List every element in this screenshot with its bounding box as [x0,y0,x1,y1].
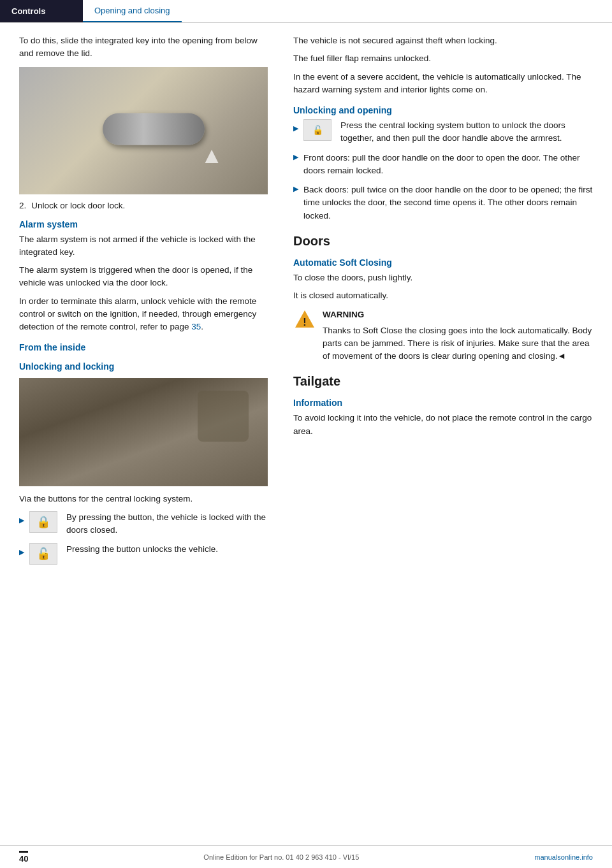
step-number: 2. [19,201,26,210]
page-footer: 40 Online Edition for Part no. 01 40 2 9… [0,845,612,868]
bullet-3-text: Back doors: pull twice on the door handl… [303,184,598,222]
bullet-arrow-2: ▶ [293,153,298,161]
page-number: 40 [19,851,28,864]
header-section-tab: Opening and closing [83,0,182,22]
central-lock-icon: 🔓 [303,119,332,141]
alarm-p3: In order to terminate this alarm, unlock… [19,295,273,334]
warning-content: WARNING Thanks to Soft Close the closing… [323,308,598,363]
step-2-text: Unlock or lock door lock. [31,201,125,210]
header-controls-tab: Controls [0,0,83,22]
interior-image [19,378,268,486]
lock-button-icon: 🔒 [29,511,57,533]
info-text: To avoid locking it into the vehicle, do… [293,412,598,438]
from-inside-title: From the inside [19,342,273,352]
footer-watermark: manualsonline.info [534,853,593,861]
unlocking-bullet-1: ▶ 🔓 Press the central locking system but… [293,119,598,145]
lock-bullet-row: ▶ 🔒 By pressing the button, the vehicle … [19,511,273,537]
unlocking-bullet-3: ▶ Back doors: pull twice on the door han… [293,184,598,222]
bullet-arrow-unlock: ▶ [19,548,24,556]
tailgate-title: Tailgate [293,374,598,389]
footer-online-text: Online Edition for Part no. 01 40 2 963 … [203,853,359,861]
unlocking-bullet-2: ▶ Front doors: pull the door handle on t… [293,152,598,178]
controls-label: Controls [11,6,45,16]
warning-label: WARNING [323,308,598,321]
alarm-system-title: Alarm system [19,219,273,229]
door-handle-image [19,67,268,194]
theft-text: The vehicle is not secured against theft… [293,34,598,47]
soft-p1: To close the doors, push lightly. [293,271,598,284]
right-column: The vehicle is not secured against theft… [287,34,612,571]
left-column: To do this, slide the integrated key int… [0,34,287,571]
step-2-item: 2. Unlock or lock door lock. [19,201,273,210]
intro-text: To do this, slide the integrated key int… [19,34,273,61]
bullet-arrow-3: ▶ [293,185,298,193]
unlock-bullet-text: Pressing the button unlocks the vehicle. [66,543,273,556]
unlock-bullet-row: ▶ 🔓 Pressing the button unlocks the vehi… [19,543,273,565]
page-header: Controls Opening and closing [0,0,612,23]
warning-text: Thanks to Soft Close the closing goes in… [323,326,592,361]
bullet-2-text: Front doors: pull the door handle on the… [303,152,598,178]
accident-text: In the event of a severe accident, the v… [293,71,598,97]
auto-soft-title: Automatic Soft Closing [293,257,598,268]
doors-title: Doors [293,234,598,249]
via-text: Via the buttons for the central locking … [19,493,273,505]
section-label: Opening and closing [94,6,170,15]
door-handle-graphic [19,67,268,194]
bullet-1-text: Press the central locking system button … [340,119,598,145]
fuel-text: The fuel filler flap remains unlocked. [293,52,598,65]
soft-p2: It is closed automatically. [293,289,598,302]
unlock-button-icon: 🔓 [29,543,57,565]
lock-bullet-text: By pressing the button, the vehicle is l… [66,511,273,537]
alarm-p2: The alarm system is triggered when the d… [19,264,273,290]
page-link[interactable]: 35 [191,322,201,331]
interior-graphic [19,378,268,486]
alarm-p1: The alarm system is not armed if the veh… [19,233,273,259]
unlocking-opening-title: Unlocking and opening [293,105,598,115]
bullet-arrow-lock: ▶ [19,516,24,524]
info-title: Information [293,398,598,408]
warning-box: ! WARNING Thanks to Soft Close the closi… [293,308,598,363]
warning-triangle-icon: ! [293,308,316,331]
bullet-arrow-1: ▶ [293,124,298,133]
main-content: To do this, slide the integrated key int… [0,23,612,571]
unlocking-locking-title: Unlocking and locking [19,361,273,372]
svg-text:!: ! [303,317,306,328]
